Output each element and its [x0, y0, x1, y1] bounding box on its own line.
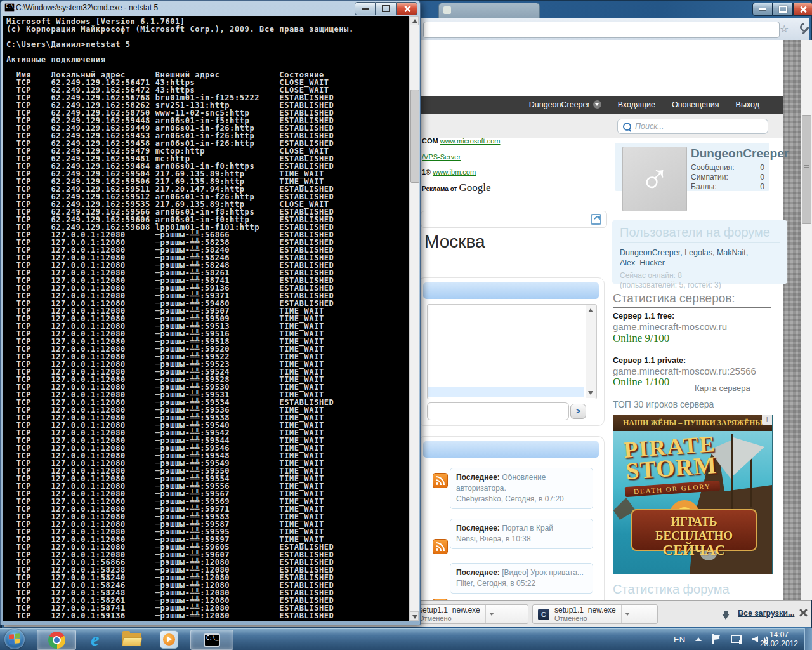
- top-players-link[interactable]: ТОП 30 игроков сервера: [613, 399, 714, 409]
- scroll-down-icon[interactable]: [588, 391, 593, 395]
- page-title: Москва: [424, 232, 485, 252]
- tab-favicon: [443, 6, 451, 14]
- maximize-button[interactable]: [376, 2, 396, 15]
- forum-search-box[interactable]: Поиск...: [617, 119, 768, 134]
- windows-logo-icon: [9, 633, 20, 644]
- nav-user-menu[interactable]: DungeonCreeper: [529, 100, 601, 109]
- chat-scrollbar[interactable]: [586, 305, 596, 398]
- download-item[interactable]: setup1.1_new.exe Отменено: [413, 604, 528, 624]
- external-link-icon[interactable]: [591, 214, 601, 225]
- nav-logout[interactable]: Выход: [736, 100, 759, 109]
- close-button[interactable]: [793, 3, 812, 16]
- taskbar-explorer-button[interactable]: [115, 630, 148, 649]
- server-map-link[interactable]: Карта сервера: [695, 383, 750, 393]
- cmd-titlebar-icon: C:\_: [4, 3, 15, 12]
- online-members[interactable]: DungeonCreeper, Legolas, MakNait, Alex_H…: [620, 248, 780, 268]
- male-symbol-icon: ♂: [639, 156, 670, 202]
- forum-post[interactable]: Последнее: Портал в Край Nensi, Вчера, в…: [450, 519, 593, 549]
- profile-name[interactable]: DungeonCreeper: [691, 147, 789, 161]
- download-status: Отменено: [554, 614, 616, 622]
- site-nav-bar: DungeonCreeper Входящие Оповещения Выход: [385, 96, 783, 114]
- page-scrollbar-thumb[interactable]: [802, 115, 811, 224]
- collapsed-banner: [421, 211, 607, 228]
- ad-link-ibm[interactable]: www.ibm.com: [433, 168, 476, 176]
- download-item[interactable]: C setup1.1_new.exe Отменено: [532, 604, 658, 624]
- server-stats-title: Статистика серверов:: [613, 291, 735, 305]
- chat-send-button[interactable]: >: [570, 404, 586, 419]
- console-scrollbar-thumb[interactable]: [410, 90, 419, 183]
- nav-alerts[interactable]: Оповещения: [672, 100, 719, 109]
- ad-text2: 1®: [422, 168, 431, 176]
- console-area[interactable]: Microsoft Windows [Version 6.1.7601] (c)…: [3, 16, 409, 621]
- close-button[interactable]: [396, 2, 417, 15]
- show-desktop-button[interactable]: [804, 628, 812, 650]
- minimize-button[interactable]: [752, 3, 773, 16]
- post-meta: Filter, Сегодня, в 05:22: [456, 579, 535, 588]
- rss-icon[interactable]: [433, 473, 448, 488]
- server-host: game.minecraft-moscow.ru:25566: [613, 366, 756, 376]
- shelf-close-icon[interactable]: [799, 608, 808, 617]
- forum-stats-title: Статистика форума: [613, 582, 730, 597]
- ad-text: COM: [422, 137, 438, 145]
- scroll-down-button[interactable]: [410, 611, 419, 621]
- all-downloads-link[interactable]: Все загрузки...: [738, 609, 794, 618]
- server-name: Сервер 1.1 free:: [613, 312, 674, 321]
- downloads-arrow-icon: [722, 614, 730, 620]
- rss-icon[interactable]: [433, 539, 448, 554]
- ad-info-icon[interactable]: i: [762, 415, 772, 425]
- start-button[interactable]: [4, 629, 25, 649]
- network-icon[interactable]: [731, 634, 742, 644]
- ad-link-vps[interactable]: /VPS-Server: [422, 153, 461, 161]
- language-indicator[interactable]: EN: [674, 635, 685, 644]
- scroll-up-button[interactable]: [410, 16, 419, 25]
- chat-input[interactable]: [427, 402, 569, 420]
- stat-label: Симпатии:: [691, 173, 728, 182]
- clock[interactable]: 14:07 28.02.2012: [760, 630, 798, 648]
- ad-link-microsoft[interactable]: www.microsoft.com: [440, 137, 501, 145]
- system-tray: EN: [674, 628, 764, 650]
- forum-post[interactable]: Последнее: [Видео] Урок привата... Filte…: [450, 563, 593, 594]
- folder-icon: [122, 633, 141, 646]
- stat-row: Симпатии: 0: [691, 173, 764, 182]
- bookmark-star-icon[interactable]: ☆: [780, 23, 789, 35]
- desktop: ☆ COM www.microsoft.com /VPS-Server 1® w…: [0, 0, 812, 650]
- ad-play-button[interactable]: ИГРАТЬ БЕСПЛАТНО СЕЙЧАС: [631, 509, 757, 551]
- cmd-icon: C:\_: [204, 633, 220, 647]
- download-filename: setup1.1_new.exe: [554, 606, 616, 614]
- scroll-up-icon[interactable]: [588, 308, 593, 312]
- stat-value: 0: [760, 163, 764, 172]
- post-title[interactable]: [Видео] Урок привата...: [502, 568, 584, 577]
- browser-tab[interactable]: [438, 3, 540, 18]
- download-filename: setup1.1_new.exe: [419, 606, 480, 614]
- chat-messages-box[interactable]: [427, 304, 597, 399]
- taskbar-cmd-button[interactable]: C:\_: [190, 630, 233, 650]
- nav-inbox[interactable]: Входящие: [618, 100, 655, 109]
- taskbar-ie-button[interactable]: e: [79, 630, 112, 649]
- post-title[interactable]: Портал в Край: [502, 524, 553, 533]
- download-menu-arrow[interactable]: [486, 605, 497, 623]
- avatar[interactable]: ♂: [622, 147, 687, 211]
- stat-value: 0: [760, 182, 764, 191]
- taskbar-media-player-button[interactable]: [152, 630, 185, 649]
- console-scrollbar[interactable]: [409, 16, 419, 621]
- hidden-icons-chevron[interactable]: [695, 637, 702, 641]
- post-meta: Nensi, Вчера, в 10:38: [456, 534, 531, 543]
- cmd-window: C:\_ C:\Windows\system32\cmd.exe - netst…: [0, 0, 421, 625]
- forum-post[interactable]: Последнее: Обновление авторизатора. Cheb…: [450, 468, 593, 509]
- wrench-menu-icon[interactable]: [800, 23, 810, 35]
- maximize-button[interactable]: [773, 3, 793, 16]
- stat-row: Баллы: 0: [691, 182, 764, 191]
- console-output: Microsoft Windows [Version 6.1.7601] (c)…: [3, 16, 409, 620]
- google-logo[interactable]: Google: [459, 182, 490, 194]
- server-online-count: Online 9/100: [613, 332, 669, 345]
- action-center-flag-icon[interactable]: [712, 634, 721, 644]
- server-name: Сервер 1.1 private:: [613, 356, 686, 365]
- taskbar-chrome-button[interactable]: [37, 630, 76, 650]
- minimize-button[interactable]: [355, 2, 376, 15]
- address-bar[interactable]: [423, 22, 780, 38]
- online-count: Сейчас онлайн: 8: [620, 271, 780, 281]
- download-menu-arrow[interactable]: [622, 605, 633, 623]
- server-host: game.minecraft-moscow.ru: [613, 321, 727, 332]
- pirate-storm-ad[interactable]: НАШИ ЖЁНЫ – ПУШКИ ЗАРЯЖЁНЫ i PIRATE STOR…: [613, 415, 773, 574]
- media-player-icon: [160, 630, 178, 649]
